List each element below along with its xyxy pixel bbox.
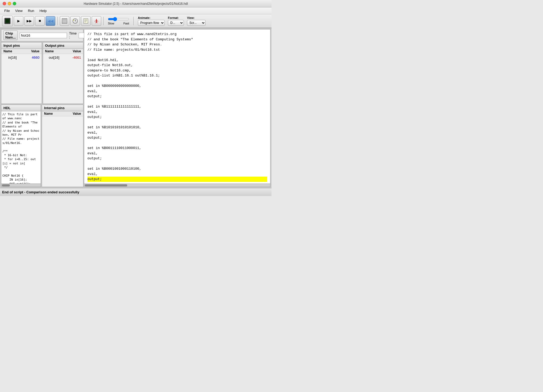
animate-select[interactable]: Program flow [138, 20, 165, 26]
time-label: Time : [69, 31, 77, 39]
hdl-panel: HDL // This file is part of www.nanc // … [1, 105, 41, 187]
script-scrollbar[interactable] [84, 184, 270, 187]
speed-control: Slow Fast [108, 17, 129, 25]
script-body: // This file is part of www.nand2tetris.… [84, 29, 270, 184]
close-button[interactable] [3, 2, 6, 5]
single-step-button[interactable]: ▶ [14, 16, 23, 26]
fast-forward-icon: ▶▶ [27, 18, 32, 24]
stop-icon: ■ [39, 19, 41, 23]
pin-out16-value: -4661 [63, 56, 81, 59]
left-panel: Chip Nam... Time : Input pins Name Value… [1, 29, 83, 187]
menu-help[interactable]: Help [37, 8, 49, 13]
window-controls[interactable] [3, 2, 16, 5]
input-pins-panel: Input pins Name Value in[16] 4660 [1, 42, 42, 104]
main-content: Chip Nam... Time : Input pins Name Value… [0, 28, 272, 188]
pin-out16: out[16] -4661 [45, 55, 81, 60]
chip-name-input[interactable] [20, 33, 67, 38]
svg-line-40 [97, 21, 98, 22]
animate-group: Animate: Program flow [138, 16, 165, 26]
status-message: End of script - Comparison ended success… [2, 190, 79, 194]
single-step-icon: ▶ [17, 18, 20, 24]
status-bar: End of script - Comparison ended success… [0, 188, 272, 196]
toolbar: ▶ ▶▶ ■ ◀◀ [0, 14, 272, 28]
minimize-button[interactable] [8, 2, 11, 5]
internal-pins-body [42, 116, 83, 187]
output-col-name: Name [45, 49, 63, 53]
pins-row: Input pins Name Value in[16] 4660 Output… [1, 42, 83, 104]
bottom-panels: HDL // This file is part of www.nanc // … [1, 105, 83, 187]
menu-view[interactable]: View [13, 8, 25, 13]
title-bar: Hardware Simulator (2.5) - /Users/naver/… [0, 0, 272, 7]
clock-icon [72, 18, 78, 24]
input-col-name: Name [3, 49, 22, 53]
script-scrollbar-thumb[interactable] [85, 184, 127, 186]
internal-pins-panel: Internal pins Name Value [42, 105, 83, 187]
svg-rect-37 [96, 20, 97, 22]
maximize-button[interactable] [13, 2, 16, 5]
svg-line-39 [95, 21, 95, 22]
internal-pins-header: Internal pins [42, 105, 83, 111]
separator-3 [133, 17, 134, 25]
script-content-pre: // This file is part of www.nand2tetris.… [87, 32, 267, 182]
svg-rect-2 [6, 19, 9, 23]
chip-icon-button[interactable] [2, 16, 13, 26]
menu-bar: File View Run Help [0, 7, 272, 14]
format-group: Format: D... [168, 16, 184, 26]
pin-in16: in[16] 4660 [3, 55, 40, 60]
output-button[interactable] [92, 16, 101, 26]
internal-col-value: Value [63, 112, 81, 116]
input-pins-body: in[16] 4660 [1, 54, 42, 104]
hdl-scrollbar[interactable] [1, 184, 41, 187]
separator-1 [57, 17, 58, 25]
input-pins-header: Input pins [1, 42, 42, 49]
breakpoint-button[interactable] [60, 16, 69, 26]
format-select[interactable]: D... [168, 20, 184, 26]
chip-icon [4, 17, 11, 25]
separator-2 [103, 17, 104, 25]
view-group: View: Scr... [187, 16, 206, 26]
output-icon [94, 18, 99, 24]
menu-run[interactable]: Run [26, 8, 36, 13]
input-col-value: Value [22, 49, 40, 53]
svg-rect-25 [63, 20, 66, 21]
hdl-content: // This file is part of www.nanc // and … [2, 112, 40, 184]
internal-col-name: Name [44, 112, 63, 116]
output-pins-body: out[16] -4661 [43, 54, 83, 104]
output-col-value: Value [63, 49, 81, 53]
hdl-scrollbar-thumb[interactable] [2, 184, 10, 186]
speed-fast-label: Fast [124, 22, 129, 25]
output-pins-panel: Output pins Name Value out[16] -4661 [43, 42, 84, 104]
hdl-body: // This file is part of www.nanc // and … [1, 111, 41, 184]
script-button[interactable] [81, 16, 91, 26]
pin-in16-value: 4660 [22, 56, 40, 59]
svg-point-30 [73, 20, 74, 21]
script-icon [83, 18, 89, 24]
animate-label: Animate: [138, 16, 165, 19]
output-pins-header: Output pins [43, 42, 83, 49]
window-title: Hardware Simulator (2.5) - /Users/naver/… [84, 2, 188, 6]
rewind-button[interactable]: ◀◀ [46, 16, 55, 26]
fast-forward-button[interactable]: ▶▶ [24, 16, 34, 26]
pin-in16-name: in[16] [3, 56, 22, 59]
hdl-header: HDL [1, 105, 41, 111]
script-highlighted-line: output; [87, 177, 267, 182]
svg-marker-38 [95, 22, 97, 23]
chip-name-label: Chip Nam... [3, 31, 18, 40]
breakpoint-icon [62, 18, 67, 24]
svg-rect-26 [63, 22, 66, 23]
svg-rect-24 [63, 19, 66, 20]
rewind-icon: ◀◀ [48, 18, 53, 24]
view-label: View: [187, 16, 206, 19]
format-label: Format: [168, 16, 184, 19]
pin-out16-name: out[16] [45, 56, 63, 59]
chip-name-row: Chip Nam... Time : [1, 29, 83, 41]
view-select[interactable]: Scr... [187, 20, 206, 26]
speed-slow-label: Slow [108, 22, 114, 25]
clock-button[interactable] [70, 16, 80, 26]
speed-slider[interactable] [108, 17, 129, 21]
stop-button[interactable]: ■ [35, 16, 45, 26]
script-panel: // This file is part of www.nand2tetris.… [84, 29, 270, 187]
menu-file[interactable]: File [2, 8, 12, 13]
svg-rect-31 [84, 19, 88, 23]
